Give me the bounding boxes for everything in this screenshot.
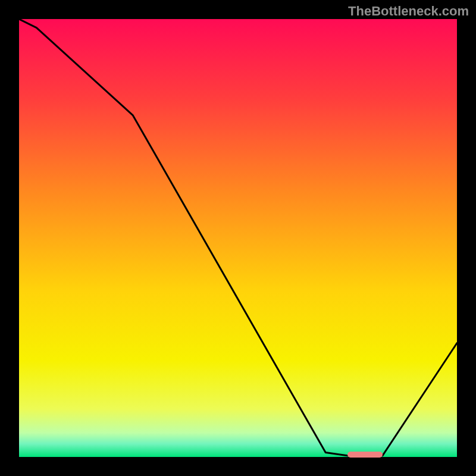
plot-background-gradient: [19, 19, 457, 457]
plot-area: [19, 19, 457, 457]
svg-rect-0: [19, 19, 457, 457]
optimum-marker: [347, 452, 383, 458]
chart-frame: TheBottleneck.com: [0, 0, 476, 476]
watermark-text: TheBottleneck.com: [348, 4, 469, 19]
